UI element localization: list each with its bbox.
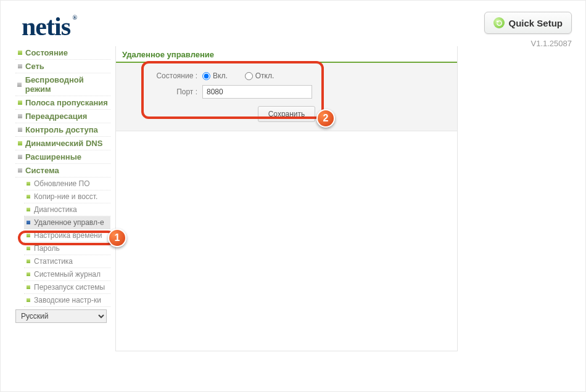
bullet-icon	[25, 232, 31, 239]
state-on-input[interactable]	[202, 72, 210, 80]
port-input[interactable]	[202, 85, 312, 99]
bullet-icon	[25, 181, 31, 187]
nav-item-0[interactable]: Состояние	[15, 46, 110, 60]
nav-label: Система	[25, 166, 59, 175]
state-off-text: Откл.	[255, 71, 274, 80]
nav-sub-label: Заводские настр-ки	[34, 296, 101, 304]
bullet-icon	[17, 127, 23, 133]
bullet-icon	[25, 206, 31, 213]
refresh-icon	[493, 17, 505, 28]
nav-sub-label: Пароль	[34, 244, 60, 253]
state-off-radio[interactable]: Откл.	[245, 71, 274, 80]
bullet-icon	[25, 194, 31, 200]
bullet-icon	[25, 284, 31, 290]
bullet-icon	[25, 271, 31, 277]
quick-setup-label: Quick Setup	[508, 18, 563, 28]
nav-sub-label: Перезапуск системы	[34, 283, 105, 292]
nav-item-7[interactable]: Расширенные	[15, 150, 110, 164]
nav-sub-label: Копир-ние и восст.	[34, 192, 97, 201]
bullet-icon	[25, 245, 31, 251]
bullet-icon	[17, 50, 23, 56]
nav-label: Полоса пропускания	[25, 98, 108, 107]
nav-label: Переадресация	[25, 112, 87, 121]
quick-setup-button[interactable]: Quick Setup	[484, 12, 572, 34]
nav-label: Расширенные	[25, 152, 81, 161]
nav-sub-item-0[interactable]: Обновление ПО	[24, 178, 110, 190]
settings-form: Состояние : Вкл. Откл.	[116, 63, 457, 131]
nav-sub-label: Системный журнал	[34, 270, 101, 279]
nav-sub-label: Настройка времени	[34, 231, 102, 240]
logo: netis	[22, 12, 70, 41]
nav-label: Сеть	[25, 62, 44, 71]
nav-label: Беспроводной режим	[25, 75, 109, 94]
page-title: Удаленное управление	[116, 46, 457, 63]
nav-sub-item-4[interactable]: Настройка времени	[24, 229, 110, 242]
bullet-icon	[25, 297, 31, 303]
nav-sub-item-6[interactable]: Статистика	[24, 255, 110, 268]
state-label: Состояние :	[116, 71, 202, 80]
nav-item-1[interactable]: Сеть	[15, 60, 110, 73]
nav-sub-item-8[interactable]: Перезапуск системы	[24, 281, 110, 294]
bullet-icon	[25, 219, 31, 226]
port-label: Порт :	[116, 88, 202, 96]
bullet-icon	[17, 168, 23, 174]
nav-item-4[interactable]: Переадресация	[15, 110, 110, 123]
nav-sub-item-2[interactable]: Диагностика	[24, 203, 110, 216]
nav-item-5[interactable]: Контроль доступа	[15, 123, 110, 137]
bullet-icon	[25, 258, 31, 264]
nav-sub-label: Диагностика	[34, 205, 77, 214]
state-on-text: Вкл.	[213, 71, 228, 80]
nav-sub-item-1[interactable]: Копир-ние и восст.	[24, 190, 110, 203]
nav-item-2[interactable]: Беспроводной режим	[15, 73, 110, 96]
nav-sub-label: Удаленное управл-е	[34, 218, 104, 227]
nav-sub-item-7[interactable]: Системный журнал	[24, 268, 110, 281]
nav-sub-item-9[interactable]: Заводские настр-ки	[24, 294, 110, 307]
nav-label: Контроль доступа	[25, 125, 98, 134]
bullet-icon	[17, 154, 23, 160]
nav-sub-label: Обновление ПО	[34, 179, 90, 188]
nav-sub-item-5[interactable]: Пароль	[24, 242, 110, 255]
nav-sub-label: Статистика	[34, 257, 73, 266]
language-select[interactable]: Русский	[15, 309, 107, 323]
bullet-icon	[17, 113, 23, 120]
nav-sub-item-3[interactable]: Удаленное управл-е	[24, 216, 110, 229]
state-on-radio[interactable]: Вкл.	[202, 71, 228, 80]
bullet-icon	[17, 63, 23, 70]
save-button[interactable]: Сохранить	[258, 106, 316, 122]
bullet-icon	[17, 141, 23, 147]
nav-item-3[interactable]: Полоса пропускания	[15, 96, 110, 110]
nav-label: Состояние	[25, 48, 68, 57]
state-off-input[interactable]	[245, 72, 253, 80]
nav-label: Динамический DNS	[25, 139, 102, 148]
nav-item-6[interactable]: Динамический DNS	[15, 137, 110, 150]
bullet-icon	[17, 81, 23, 88]
bullet-icon	[17, 100, 23, 106]
nav-item-8[interactable]: Система	[15, 164, 110, 178]
